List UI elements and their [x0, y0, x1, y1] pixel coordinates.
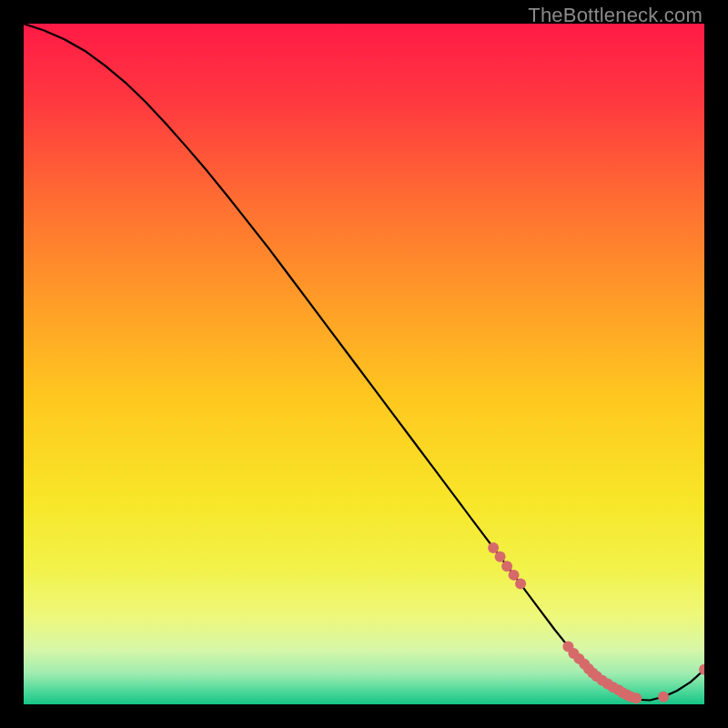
data-point: [515, 579, 526, 590]
chart-frame: TheBottleneck.com: [0, 0, 728, 728]
gradient-background: [24, 24, 704, 704]
data-point: [501, 561, 512, 571]
data-point: [658, 692, 669, 703]
data-point: [509, 570, 520, 581]
plot-area: [24, 24, 704, 704]
watermark-text: TheBottleneck.com: [528, 4, 703, 27]
data-point: [495, 551, 506, 562]
data-point: [631, 693, 642, 703]
chart-svg: [24, 24, 704, 704]
data-point: [488, 542, 499, 553]
